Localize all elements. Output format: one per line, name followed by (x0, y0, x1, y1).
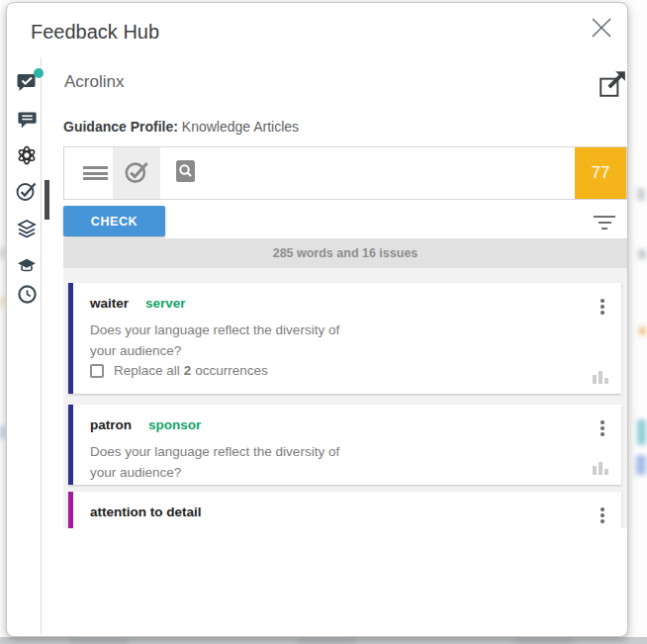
sidebar-item-ai-assistant[interactable] (13, 144, 41, 170)
document-search-icon (175, 159, 196, 187)
replace-label-suffix: occurrences (195, 363, 268, 378)
suggestion-link[interactable]: sponsor (148, 417, 201, 432)
sidebar-item-acrolinx-check[interactable] (13, 180, 41, 206)
card-menu-button[interactable] (594, 416, 611, 440)
issue-card-attention-to-detail[interactable]: attention to detail (68, 492, 621, 528)
circle-check-icon (15, 179, 39, 207)
layers-icon (16, 219, 38, 244)
suggestion-link[interactable]: server (145, 296, 186, 311)
occurrence-count: 2 (184, 363, 192, 378)
issue-card-patron[interactable]: patron sponsor Does your language reflec… (68, 405, 621, 485)
background-blur-fragment (297, 639, 356, 643)
sidebar-item-learning[interactable] (13, 255, 41, 281)
document-search-tab[interactable] (163, 147, 207, 199)
issue-term: attention to detail (90, 505, 202, 519)
filter-icon (594, 216, 615, 219)
issue-card-waiter[interactable]: waiter server Does your language reflect… (68, 283, 621, 394)
summary-bar: 285 words and 16 issues (63, 238, 627, 268)
sidebar-item-history[interactable] (13, 283, 41, 309)
background-blur-fragment (0, 425, 5, 439)
background-blur-fragment (639, 326, 646, 335)
card-menu-button[interactable] (594, 295, 611, 319)
speech-bubble-icon (17, 110, 38, 135)
sidebar-divider (41, 57, 42, 634)
summary-text: 285 words and 16 issues (273, 246, 418, 260)
background-blur-fragment (69, 639, 129, 643)
background-blur-fragment (637, 419, 646, 445)
guidance-profile: Guidance Profile: Knowledge Articles (63, 119, 299, 135)
openai-icon (16, 144, 38, 170)
replace-all-checkbox[interactable] (90, 364, 104, 378)
circle-check-icon (124, 158, 150, 189)
clock-icon (17, 284, 38, 309)
close-button[interactable] (585, 13, 618, 46)
external-link-icon (598, 69, 627, 103)
sidebar-item-comments[interactable] (13, 109, 41, 135)
check-button[interactable]: CHECK (63, 206, 165, 236)
replace-label: Replace all (114, 363, 180, 378)
feedback-hub-dialog: Feedback Hub (6, 2, 628, 637)
background-blur-fragment (0, 297, 4, 307)
bar-chart-icon (593, 462, 608, 475)
menu-button[interactable] (74, 147, 116, 199)
bar-chart-icon (593, 371, 608, 384)
toolbar: 77 (63, 146, 627, 200)
replace-all-row: Replace all 2 occurrences (90, 363, 268, 378)
check-results-tab[interactable] (113, 147, 160, 199)
graduation-cap-icon (17, 257, 37, 279)
hamburger-icon (83, 164, 108, 182)
guideline-question: Does your language reflect the diversity… (90, 321, 349, 362)
notification-badge (34, 68, 44, 78)
background-blur-fragment (636, 455, 646, 475)
score-badge[interactable]: 77 (575, 147, 626, 199)
dialog-title: Feedback Hub (31, 21, 159, 44)
background-blur-fragment (0, 247, 5, 259)
issue-term: patron (90, 417, 132, 432)
card-menu-button[interactable] (594, 504, 611, 527)
sidebar-active-indicator (45, 180, 49, 220)
background-blur-fragment (638, 249, 646, 259)
sidebar-item-layers[interactable] (13, 219, 41, 244)
open-in-new-window-button[interactable] (597, 70, 628, 102)
background-blur-fragment (514, 639, 574, 643)
issue-list: waiter server Does your language reflect… (63, 268, 627, 528)
filter-button[interactable] (590, 210, 619, 235)
app-name: Acrolinx (64, 72, 124, 92)
guidance-profile-value: Knowledge Articles (182, 119, 299, 135)
guidance-profile-label: Guidance Profile: (63, 119, 178, 135)
close-icon (588, 14, 615, 46)
issue-term: waiter (90, 296, 129, 311)
background-blur-fragment (637, 188, 645, 201)
guideline-question: Does your language reflect the diversity… (90, 442, 349, 484)
